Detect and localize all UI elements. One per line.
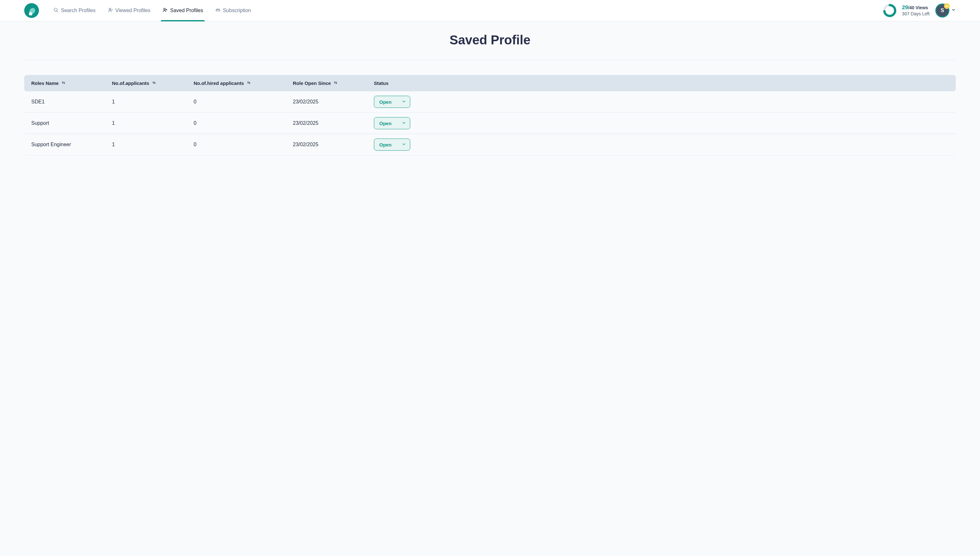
- user-menu[interactable]: S: [935, 3, 956, 18]
- app-header: Search Profiles Viewed Profiles Saved Pr…: [0, 0, 980, 21]
- sort-icon: [334, 81, 338, 86]
- avatar-initial: S: [941, 8, 944, 13]
- sort-icon: [247, 81, 251, 86]
- cell-status: Open: [374, 117, 949, 129]
- user-icon: [108, 7, 113, 14]
- main-nav: Search Profiles Viewed Profiles Saved Pr…: [47, 0, 257, 21]
- status-dropdown[interactable]: Open: [374, 96, 410, 108]
- usage-text: 29/40 Views 307 Days Left: [902, 5, 930, 16]
- cell-status: Open: [374, 96, 949, 108]
- usage-total: /40 Views: [908, 5, 928, 10]
- search-icon: [53, 7, 58, 14]
- chevron-down-icon: [401, 142, 406, 147]
- col-label: No.of.applicants: [112, 81, 149, 86]
- status-label: Open: [379, 142, 392, 147]
- app-logo[interactable]: [24, 3, 39, 18]
- nav-saved-profiles[interactable]: Saved Profiles: [156, 0, 209, 21]
- avatar: S: [935, 3, 949, 18]
- user-plus-icon: [162, 7, 168, 14]
- usage-days-left: 307 Days Left: [902, 11, 930, 16]
- svg-rect-2: [30, 12, 32, 13]
- chevron-down-icon: [951, 8, 956, 13]
- status-dropdown[interactable]: Open: [374, 117, 410, 129]
- col-label: No.of.hired applicants: [193, 81, 244, 86]
- status-dropdown[interactable]: Open: [374, 139, 410, 151]
- nav-label: Subscription: [223, 8, 251, 13]
- col-applicants[interactable]: No.of.applicants: [112, 81, 193, 86]
- col-open-since[interactable]: Role Open Since: [293, 81, 374, 86]
- nav-viewed-profiles[interactable]: Viewed Profiles: [102, 0, 156, 21]
- table-body: SDE11023/02/2025OpenSupport1023/02/2025O…: [24, 91, 956, 155]
- table-row[interactable]: SDE11023/02/2025Open: [24, 91, 956, 113]
- cell-hired: 0: [193, 120, 293, 126]
- table-row[interactable]: Support1023/02/2025Open: [24, 113, 956, 134]
- sort-icon: [152, 81, 156, 86]
- usage-ring: [883, 4, 896, 17]
- nav-label: Search Profiles: [61, 8, 96, 13]
- cell-role-name: Support Engineer: [31, 142, 112, 147]
- divider: [24, 60, 956, 60]
- svg-point-6: [164, 8, 165, 10]
- cell-hired: 0: [193, 99, 293, 105]
- cell-hired: 0: [193, 142, 293, 147]
- table-row[interactable]: Support Engineer1023/02/2025Open: [24, 134, 956, 155]
- nav-subscription[interactable]: Subscription: [209, 0, 257, 21]
- sort-icon: [61, 81, 66, 86]
- cell-role-name: SDE1: [31, 99, 112, 105]
- premium-badge-icon: [944, 3, 950, 9]
- header-right: 29/40 Views 307 Days Left S: [883, 3, 956, 18]
- main-content: Saved Profile Roles Name No.of.applicant…: [0, 33, 980, 155]
- cell-open-since: 23/02/2025: [293, 99, 374, 105]
- col-status: Status: [374, 81, 949, 86]
- status-label: Open: [379, 121, 392, 126]
- crown-icon: [215, 7, 221, 14]
- svg-line-4: [57, 11, 58, 12]
- nav-label: Viewed Profiles: [116, 8, 151, 13]
- cell-role-name: Support: [31, 120, 112, 126]
- table-header: Roles Name No.of.applicants No.of.hired …: [24, 75, 956, 91]
- cell-status: Open: [374, 139, 949, 151]
- cell-open-since: 23/02/2025: [293, 142, 374, 147]
- cell-applicants: 1: [112, 120, 193, 126]
- cell-applicants: 1: [112, 142, 193, 147]
- col-label: Roles Name: [31, 81, 59, 86]
- col-roles-name[interactable]: Roles Name: [31, 81, 112, 86]
- page-title: Saved Profile: [24, 33, 956, 47]
- col-hired[interactable]: No.of.hired applicants: [193, 81, 293, 86]
- nav-label: Saved Profiles: [170, 8, 203, 13]
- status-label: Open: [379, 99, 392, 105]
- nav-search-profiles[interactable]: Search Profiles: [47, 0, 102, 21]
- chevron-down-icon: [401, 121, 406, 126]
- usage-used: 29: [902, 5, 908, 11]
- col-label: Role Open Since: [293, 81, 331, 86]
- roles-table: Roles Name No.of.applicants No.of.hired …: [24, 75, 956, 155]
- col-label: Status: [374, 81, 388, 86]
- cell-open-since: 23/02/2025: [293, 120, 374, 126]
- cell-applicants: 1: [112, 99, 193, 105]
- chevron-down-icon: [401, 99, 406, 105]
- svg-point-5: [109, 8, 111, 10]
